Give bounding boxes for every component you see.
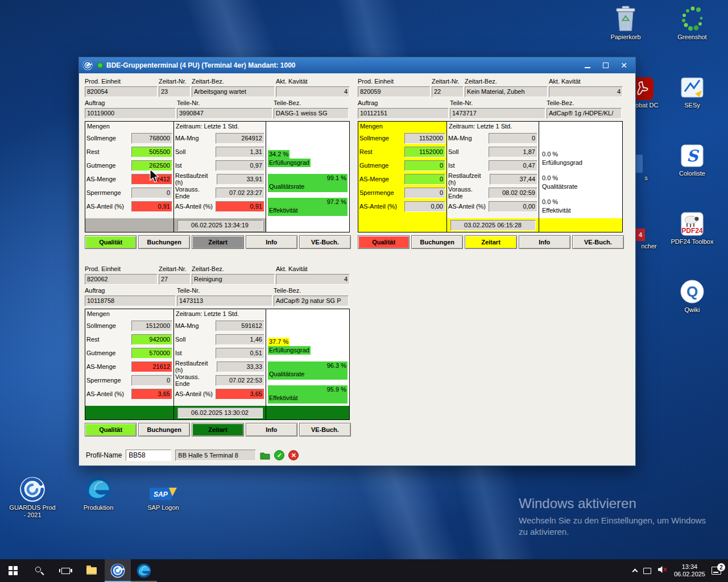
sap-icon: SAP	[139, 475, 188, 502]
sperrmenge-row: Sperrmenge 0	[85, 186, 173, 199]
info-button[interactable]: Info	[519, 235, 570, 249]
teile-nr-label: Teile-Nr.	[177, 287, 272, 295]
akt-kavitaet-value: 4	[549, 86, 623, 97]
kpi-status-strip	[539, 218, 622, 232]
profile-description-field[interactable]: BB Halle 5 Terminal 8	[175, 450, 256, 461]
buchungen-button[interactable]: Buchungen	[138, 423, 190, 436]
rest-label: Rest	[359, 148, 373, 155]
action-center-button[interactable]: 2	[712, 567, 721, 575]
buchungen-button[interactable]: Buchungen	[138, 235, 190, 249]
titlebar[interactable]: BDE-Gruppenterminal (4 PU) (Terminal 4er…	[79, 57, 635, 73]
desktop-icon-qwiki[interactable]: Q Qwiki	[668, 277, 716, 314]
sperrmenge-row: Sperrmenge 0	[358, 186, 446, 199]
desktop-icon-colorliste[interactable]: S Colorliste	[668, 141, 716, 177]
maximize-button[interactable]	[597, 59, 615, 72]
close-button[interactable]: ✕	[615, 59, 633, 72]
desktop-icon-papierkorb[interactable]: Papierkorb	[602, 5, 650, 41]
vorauss-ende-value: 07.02 23:27	[216, 188, 264, 198]
minimize-button[interactable]	[578, 59, 597, 72]
rest-row: Rest 942000	[85, 332, 173, 346]
qualitaet-button[interactable]: Qualität	[85, 423, 136, 436]
guardus-taskbar-button[interactable]	[105, 559, 131, 582]
profil-name-input[interactable]	[126, 450, 171, 461]
ist-value: 0,51	[216, 348, 264, 359]
ist-row: Ist 0,97	[174, 159, 266, 172]
ve-buch-button[interactable]: VE-Buch.	[572, 235, 624, 249]
akt-kavitaet-value: 4	[276, 274, 350, 285]
metric-qualitaetsrate: 99.1 % Qualitätsrate	[268, 174, 348, 192]
as-anteil-zeit-value: 0,91	[216, 201, 264, 212]
desktop-icon-produktion[interactable]: Produktion	[74, 475, 123, 512]
file-explorer-button[interactable]	[78, 559, 105, 582]
zeitart-button[interactable]: Zeitart	[192, 235, 243, 249]
tray-display-icon[interactable]	[643, 568, 651, 574]
qualitaet-button[interactable]: Qualität	[85, 235, 136, 249]
ve-buch-button[interactable]: VE-Buch.	[299, 235, 351, 249]
window-content: Prod. Einheit Zeitart-Nr. Zeitart-Bez. A…	[79, 73, 635, 465]
metric-effektivitaet: 95.9 % Effektivität	[268, 385, 348, 404]
status-led-icon	[97, 63, 103, 68]
system-tray: 13:34 06.02.2025 2	[626, 559, 728, 582]
as-anteil-row: AS-Anteil (%) 3,65	[85, 387, 173, 401]
vorauss-ende-row: Vorauss. Ende 08.02 02:59	[447, 186, 539, 199]
zeitart-button[interactable]: Zeitart	[465, 235, 516, 249]
desktop-icon-pdf24-toolbox[interactable]: PDF24 PDF24 Toolbox	[668, 209, 716, 246]
ma-mng-value: 264912	[216, 133, 264, 144]
soll-row: Soll 1,46	[174, 332, 266, 346]
soll-row: Soll 1,87	[447, 145, 539, 159]
gutmenge-value: 570000	[131, 348, 172, 359]
task-view-button[interactable]	[52, 559, 78, 582]
zeitart-nr-value: 22	[432, 86, 464, 97]
ma-mng-value: 591612	[216, 321, 264, 331]
akt-kavitaet-value: 4	[276, 86, 350, 97]
profile-cancel-icon[interactable]: ✕	[288, 450, 299, 460]
gutmenge-row: Gutmenge 262500	[85, 159, 173, 172]
tray-expand-chevron-icon[interactable]	[632, 569, 638, 575]
ve-buch-button[interactable]: VE-Buch.	[299, 423, 351, 436]
teile-nr-label: Teile-Nr.	[177, 99, 272, 107]
panel-slot-top-right: Prod. Einheit Zeitart-Nr. Zeitart-Bez. A…	[358, 78, 624, 249]
timestamp-strip: 06.02.2025 13:30:02	[174, 406, 266, 419]
gutmenge-label: Gutmenge	[359, 162, 388, 169]
sperrmenge-value: 0	[131, 188, 172, 198]
zeitart-bez-value: Kein Material, Zubeh	[465, 86, 548, 97]
tray-volume-muted-icon[interactable]	[657, 566, 668, 576]
search-button[interactable]	[26, 559, 52, 582]
profile-confirm-icon[interactable]: ✓	[274, 450, 284, 460]
colorliste-icon: S	[668, 141, 716, 168]
buchungen-button[interactable]: Buchungen	[411, 235, 463, 249]
desktop-icon-sap-logon[interactable]: SAP SAP Logon	[139, 475, 188, 512]
qwiki-icon: Q	[668, 277, 716, 305]
mengen-status-strip	[358, 218, 446, 232]
qualitaet-button[interactable]: Qualität	[358, 235, 410, 249]
desktop-icon-guardus-prod[interactable]: GUARDUS Prod - 2021	[8, 475, 57, 519]
mengen-section: Mengen Sollmenge 1152000 Rest 1152000 Gu…	[358, 121, 447, 232]
desktop-icon-partial-s[interactable]: s	[636, 146, 656, 182]
as-anteil-label: AS-Anteil (%)	[359, 203, 397, 210]
profile-folder-icon[interactable]	[260, 450, 270, 460]
clock[interactable]: 13:34 06.02.2025	[674, 563, 705, 578]
zeitart-button[interactable]: Zeitart	[192, 423, 243, 436]
prod-einheit-label: Prod. Einheit	[85, 265, 158, 273]
folder-icon	[86, 567, 97, 575]
effektivitaet-value: 97.2 %	[326, 198, 348, 206]
svg-text:Q: Q	[686, 283, 698, 300]
as-menge-value: 2412	[131, 174, 172, 185]
mengen-status-strip	[85, 406, 173, 419]
start-button[interactable]	[0, 559, 26, 582]
rest-value: 505500	[131, 147, 172, 157]
ist-label: Ist	[448, 162, 455, 169]
production-unit-panel: Prod. Einheit Zeitart-Nr. Zeitart-Bez. A…	[85, 78, 351, 249]
metric-erfuellungsgrad: 0.0 % Erfüllungsgrad	[541, 150, 621, 168]
desktop-icon-greenshot[interactable]: Greenshot	[668, 5, 716, 41]
rest-value: 1152000	[404, 147, 445, 157]
rest-row: Rest 1152000	[358, 145, 446, 159]
soll-value: 1,87	[489, 147, 537, 157]
desktop-icon-partial-launcher[interactable]: 4 ncher	[636, 214, 662, 250]
info-button[interactable]: Info	[246, 235, 297, 249]
metric-erfuellungsgrad: 34.2 % Erfüllungsgrad	[268, 150, 348, 168]
watermark-line: zu aktivieren.	[519, 526, 706, 538]
edge-taskbar-button[interactable]	[131, 559, 157, 582]
desktop-icon-sesy[interactable]: SESy	[668, 73, 716, 109]
info-button[interactable]: Info	[246, 423, 297, 436]
